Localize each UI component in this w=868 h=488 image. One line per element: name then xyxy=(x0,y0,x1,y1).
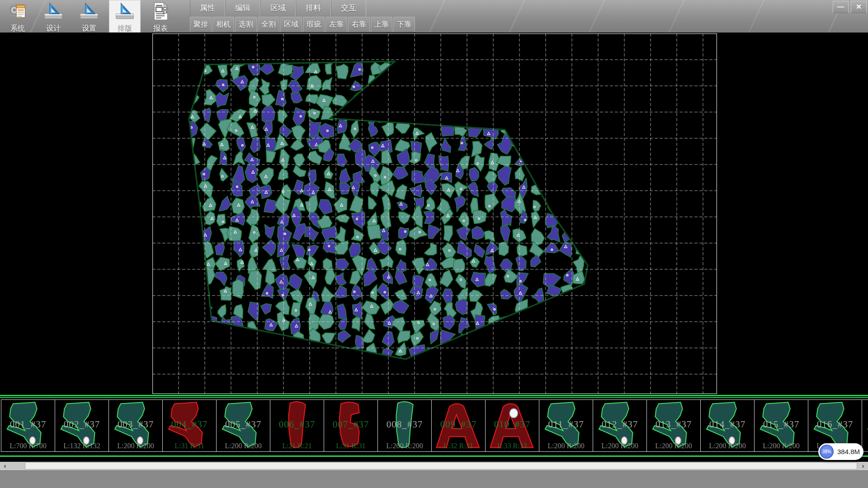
menu-area: 属性编辑区域排料交互 聚排相机选割全割区域瑕疵左靠右靠上靠下靠 xyxy=(190,0,416,32)
part-name: 001_#37 xyxy=(1,419,55,430)
tool-button-2[interactable]: 相机 xyxy=(212,17,234,32)
nav-button-label: 排版 xyxy=(118,24,132,33)
part-lr-count: L:31 R:31 xyxy=(324,442,377,450)
part-lr-count: L:200 R:200 xyxy=(539,442,593,450)
part-lr-count: L:200 R:200 xyxy=(593,442,646,450)
minimize-button[interactable]: — xyxy=(833,1,849,13)
part-lr-count: L:200 R:200 xyxy=(109,442,162,450)
part-thumbnail-13[interactable]: 013_#37 L:200 R:200 xyxy=(646,399,701,452)
part-lr-count: L:200 R:200 xyxy=(217,442,270,450)
nav-button-2[interactable]: 设计 xyxy=(38,0,69,33)
menu-tab-3[interactable]: 区域 xyxy=(260,0,296,16)
tool-button-5[interactable]: 区域 xyxy=(280,17,302,32)
system-icon xyxy=(8,0,28,23)
part-thumbnail-17[interactable]: 017_#37 L:200 R:200 xyxy=(862,399,868,452)
nav-button-1[interactable]: 系统 xyxy=(2,0,33,33)
part-lr-count: L:200 R:200 xyxy=(755,442,808,450)
memory-percent-label: 38% xyxy=(822,449,831,454)
part-name: 013_#37 xyxy=(647,419,700,430)
part-lr-count: L:32 R:31 xyxy=(432,442,485,450)
part-thumbnail-2[interactable]: 002_#37 L:132 R:132 xyxy=(55,399,109,452)
tool-button-1[interactable]: 聚排 xyxy=(190,17,212,32)
tool-button-8[interactable]: 右靠 xyxy=(348,17,370,32)
part-lr-count: L:31 R:31 xyxy=(163,442,216,450)
window-controls: — ✕ xyxy=(833,1,867,13)
part-lr-count: L:700 R:700 xyxy=(1,442,55,450)
nesting-icon xyxy=(115,0,135,23)
part-thumbnail-11[interactable]: 011_#37 L:200 R:200 xyxy=(539,399,593,452)
tool-button-4[interactable]: 全割 xyxy=(258,17,279,32)
nav-button-5[interactable]: 报表 xyxy=(145,0,176,33)
part-thumbnail-4[interactable]: 004_#37 L:31 R:31 xyxy=(162,399,217,452)
part-thumbnail-15[interactable]: 015_#37 L:200 R:200 xyxy=(754,399,808,452)
close-button[interactable]: ✕ xyxy=(851,1,867,13)
part-lr-count: L:132 R:132 xyxy=(55,442,108,450)
part-thumbnail-14[interactable]: 014_#37 L:200 R:200 xyxy=(700,399,755,452)
nav-button-label: 设计 xyxy=(46,24,61,33)
part-name: 009_#37 xyxy=(432,419,485,430)
scroll-right-arrow[interactable]: › xyxy=(858,462,868,470)
part-name: 011_#37 xyxy=(539,419,593,430)
part-thumbnail-5[interactable]: 005_#37 L:200 R:200 xyxy=(216,399,270,452)
part-thumbnail-3[interactable]: 003_#37 L:200 R:200 xyxy=(108,399,163,452)
part-name: 005_#37 xyxy=(217,419,270,430)
report-icon xyxy=(151,0,170,23)
menu-tab-5[interactable]: 交互 xyxy=(331,0,366,16)
settings-icon xyxy=(79,0,99,23)
part-name: 010_#37 xyxy=(486,419,539,430)
part-thumbnail-12[interactable]: 012_#37 L:200 R:200 xyxy=(593,399,647,452)
tool-button-6[interactable]: 瑕疵 xyxy=(303,17,325,32)
menu-tab-row: 属性编辑区域排料交互 xyxy=(190,0,416,16)
part-thumbnail-1[interactable]: 001_#37 L:700 R:700 xyxy=(1,399,55,452)
part-thumbnail-10[interactable]: 010_#37 L:33 R:33 xyxy=(485,399,539,452)
part-name: 014_#37 xyxy=(701,419,754,430)
part-thumbnail-7[interactable]: 007_#37 L:31 R:31 xyxy=(324,399,378,452)
app-window: 系统 设计 设置 排版 报表 属性编辑区域 xyxy=(0,0,868,488)
horizontal-scrollbar[interactable]: ‹ › xyxy=(0,462,868,470)
part-lr-count: L:200 R:200 xyxy=(701,442,754,450)
toolbar: 系统 设计 设置 排版 报表 属性编辑区域 xyxy=(0,0,868,33)
scroll-left-arrow[interactable]: ‹ xyxy=(0,462,10,470)
tool-button-7[interactable]: 左靠 xyxy=(326,17,347,32)
nav-button-label: 系统 xyxy=(10,24,25,33)
tool-button-10[interactable]: 下靠 xyxy=(393,17,415,32)
tool-button-row: 聚排相机选割全割区域瑕疵左靠右靠上靠下靠 xyxy=(190,16,416,32)
nav-button-label: 报表 xyxy=(153,24,168,33)
part-name: 016_#37 xyxy=(808,419,862,430)
nav-button-3[interactable]: 设置 xyxy=(73,0,105,33)
part-thumbnail-6[interactable]: 006_#37 L:21 R:21 xyxy=(270,399,324,452)
part-name: 004_#37 xyxy=(163,419,216,430)
part-name: 003_#37 xyxy=(109,419,162,430)
part-lr-count: L:200 R:200 xyxy=(378,442,431,450)
part-lr-count: L:21 R:21 xyxy=(270,442,324,450)
menu-tab-1[interactable]: 属性 xyxy=(190,0,225,16)
part-name: 007_#37 xyxy=(324,419,377,430)
scrollbar-thumb[interactable] xyxy=(25,462,857,469)
part-name: 002_#37 xyxy=(55,419,108,430)
part-lr-count: L:33 R:33 xyxy=(486,442,539,450)
part-name: 017_#37 xyxy=(862,419,868,430)
part-thumbnail-9[interactable]: 009_#37 L:32 R:31 xyxy=(431,399,486,452)
part-name: 015_#37 xyxy=(755,419,808,430)
canvas-area xyxy=(0,33,868,395)
part-name: 006_#37 xyxy=(270,419,324,430)
strip-separator-bottom xyxy=(0,455,868,457)
part-name: 012_#37 xyxy=(593,419,646,430)
status-bar xyxy=(0,470,868,488)
part-lr-count: L:200 R:200 xyxy=(647,442,700,450)
nesting-canvas[interactable] xyxy=(152,33,717,394)
tool-button-3[interactable]: 选割 xyxy=(235,17,257,32)
memory-percent-indicator: 38% xyxy=(820,445,834,459)
strip-separator-top xyxy=(0,395,868,399)
tool-button-9[interactable]: 上靠 xyxy=(371,17,392,32)
part-name: 008_#37 xyxy=(378,419,431,430)
design-icon xyxy=(43,0,63,23)
memory-usage-label: 384.8M xyxy=(837,448,860,455)
nav-button-4[interactable]: 排版 xyxy=(109,0,141,33)
menu-tab-4[interactable]: 排料 xyxy=(296,0,331,16)
parts-strip: 001_#37 L:700 R:700 002_#37 L:132 R:132 … xyxy=(0,399,868,454)
main-nav: 系统 设计 设置 排版 报表 xyxy=(2,0,180,33)
nav-button-label: 设置 xyxy=(82,24,96,33)
menu-tab-2[interactable]: 编辑 xyxy=(225,0,260,16)
part-thumbnail-8[interactable]: 008_#37 L:200 R:200 xyxy=(377,399,432,452)
